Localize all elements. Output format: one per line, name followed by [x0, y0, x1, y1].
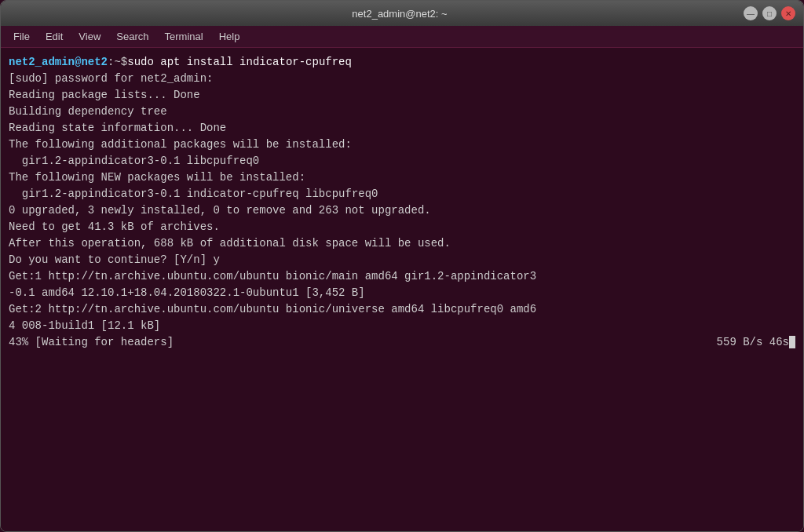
- terminal-line: Do you want to continue? [Y/n] y: [9, 252, 795, 268]
- terminal-line: Reading state information... Done: [9, 120, 795, 137]
- terminal-line: Reading package lists... Done: [9, 87, 795, 104]
- terminal-line: The following additional packages will b…: [9, 137, 795, 153]
- prompt-command: sudo apt install indicator-cpufreq: [127, 54, 352, 71]
- terminal-window: net2_admin@net2: ~ — □ ✕ File Edit View …: [0, 0, 804, 532]
- terminal-line: After this operation, 688 kB of addition…: [9, 235, 795, 252]
- maximize-icon: □: [767, 9, 772, 18]
- prompt-dollar: $: [121, 54, 127, 71]
- menu-help[interactable]: Help: [213, 29, 247, 44]
- cursor: [789, 336, 795, 348]
- terminal-line: Need to get 41.3 kB of archives.: [9, 219, 795, 235]
- menu-file[interactable]: File: [7, 29, 36, 44]
- terminal-body[interactable]: net2_admin@net2 :~ $ sudo apt install in…: [1, 48, 803, 531]
- maximize-button[interactable]: □: [762, 6, 777, 20]
- menu-search[interactable]: Search: [110, 29, 155, 44]
- menu-terminal[interactable]: Terminal: [159, 29, 210, 44]
- terminal-line: [sudo] password for net2_admin:: [9, 71, 795, 87]
- terminal-output: [sudo] password for net2_admin:Reading p…: [9, 71, 795, 334]
- close-icon: ✕: [785, 9, 791, 18]
- terminal-line: Building dependency tree: [9, 104, 795, 120]
- menu-bar: File Edit View Search Terminal Help: [1, 26, 803, 48]
- terminal-line: 4 008-1build1 [12.1 kB]: [9, 318, 795, 334]
- window-controls: — □ ✕: [744, 6, 795, 20]
- terminal-line: gir1.2-appindicator3-0.1 indicator-cpufr…: [9, 186, 795, 202]
- status-right-text: 559 B/s 46s: [717, 336, 789, 348]
- menu-edit[interactable]: Edit: [39, 29, 69, 44]
- prompt-path: :~: [108, 54, 121, 71]
- terminal-line: -0.1 amd64 12.10.1+18.04.20180322.1-0ubu…: [9, 285, 795, 301]
- close-button[interactable]: ✕: [781, 6, 795, 20]
- status-left: 43% [Waiting for headers]: [9, 334, 174, 351]
- menu-view[interactable]: View: [72, 29, 107, 44]
- status-line: 43% [Waiting for headers] 559 B/s 46s: [9, 334, 795, 351]
- terminal-line: Get:2 http://tn.archive.ubuntu.com/ubunt…: [9, 301, 795, 318]
- terminal-line: gir1.2-appindicator3-0.1 libcpufreq0: [9, 153, 795, 169]
- status-right: 559 B/s 46s: [717, 334, 795, 351]
- window-title: net2_admin@net2: ~: [56, 8, 744, 20]
- minimize-icon: —: [747, 9, 755, 18]
- prompt-line: net2_admin@net2 :~ $ sudo apt install in…: [9, 54, 795, 71]
- terminal-line: 0 upgraded, 3 newly installed, 0 to remo…: [9, 202, 795, 219]
- title-bar: net2_admin@net2: ~ — □ ✕: [1, 1, 803, 26]
- terminal-line: The following NEW packages will be insta…: [9, 169, 795, 186]
- minimize-button[interactable]: —: [744, 6, 758, 20]
- prompt-user: net2_admin@net2: [9, 54, 108, 71]
- terminal-line: Get:1 http://tn.archive.ubuntu.com/ubunt…: [9, 268, 795, 285]
